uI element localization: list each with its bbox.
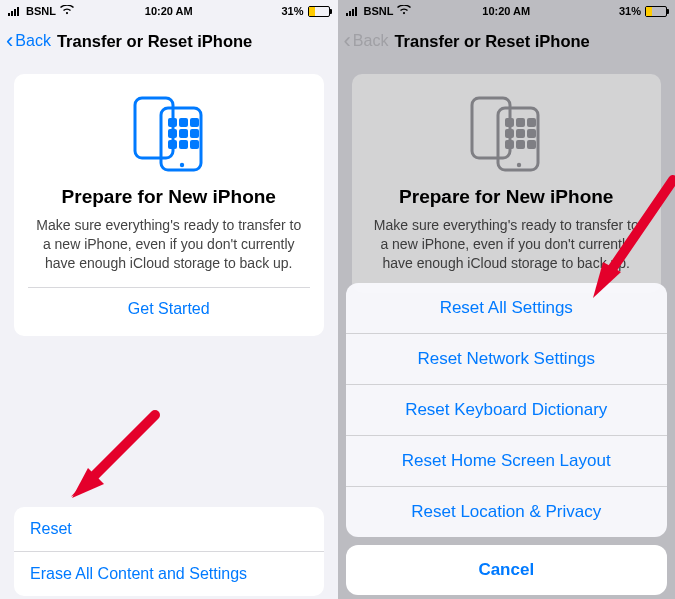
cancel-button[interactable]: Cancel — [346, 545, 668, 595]
svg-line-12 — [90, 415, 155, 480]
right-screenshot: BSNL 10:20 AM 31% ‹ Back Transfer or Res… — [338, 0, 676, 599]
svg-rect-5 — [190, 118, 199, 127]
page-title: Transfer or Reset iPhone — [57, 32, 252, 51]
reset-keyboard-dictionary-button[interactable]: Reset Keyboard Dictionary — [346, 385, 668, 436]
clock: 10:20 AM — [338, 5, 676, 17]
status-bar: BSNL 10:20 AM 31% — [0, 0, 338, 20]
page-title: Transfer or Reset iPhone — [394, 32, 589, 51]
back-button[interactable]: ‹ Back — [6, 30, 51, 52]
back-label: Back — [15, 32, 51, 50]
svg-rect-4 — [179, 118, 188, 127]
bottom-options-list: Reset Erase All Content and Settings — [14, 507, 324, 596]
battery-icon — [308, 6, 330, 17]
reset-row[interactable]: Reset — [14, 507, 324, 552]
phones-illustration-icon — [28, 94, 310, 172]
chevron-left-icon: ‹ — [6, 30, 13, 52]
svg-point-2 — [180, 163, 184, 167]
left-screenshot: BSNL 10:20 AM 31% ‹ Back Transfer or Res… — [0, 0, 338, 599]
svg-rect-10 — [179, 140, 188, 149]
back-button[interactable]: ‹ Back — [344, 30, 389, 52]
chevron-left-icon: ‹ — [344, 30, 351, 52]
reset-network-settings-button[interactable]: Reset Network Settings — [346, 334, 668, 385]
prepare-card: Prepare for New iPhone Make sure everyth… — [14, 74, 324, 336]
back-label: Back — [353, 32, 389, 50]
svg-rect-9 — [168, 140, 177, 149]
reset-location-privacy-button[interactable]: Reset Location & Privacy — [346, 487, 668, 537]
svg-rect-7 — [179, 129, 188, 138]
status-bar: BSNL 10:20 AM 31% — [338, 0, 676, 20]
erase-all-row[interactable]: Erase All Content and Settings — [14, 552, 324, 596]
reset-action-sheet: Reset All Settings Reset Network Setting… — [346, 283, 668, 595]
svg-rect-6 — [168, 129, 177, 138]
reset-all-settings-button[interactable]: Reset All Settings — [346, 283, 668, 334]
svg-rect-3 — [168, 118, 177, 127]
svg-rect-11 — [190, 140, 199, 149]
svg-rect-8 — [190, 129, 199, 138]
get-started-button[interactable]: Get Started — [28, 287, 310, 330]
card-body: Make sure everything's ready to transfer… — [32, 216, 306, 273]
reset-home-screen-button[interactable]: Reset Home Screen Layout — [346, 436, 668, 487]
card-heading: Prepare for New iPhone — [28, 186, 310, 208]
annotation-arrow-icon — [60, 400, 170, 510]
nav-bar: ‹ Back Transfer or Reset iPhone — [338, 20, 676, 62]
battery-icon — [645, 6, 667, 17]
clock: 10:20 AM — [0, 5, 338, 17]
nav-bar: ‹ Back Transfer or Reset iPhone — [0, 20, 338, 62]
svg-rect-1 — [161, 108, 201, 170]
